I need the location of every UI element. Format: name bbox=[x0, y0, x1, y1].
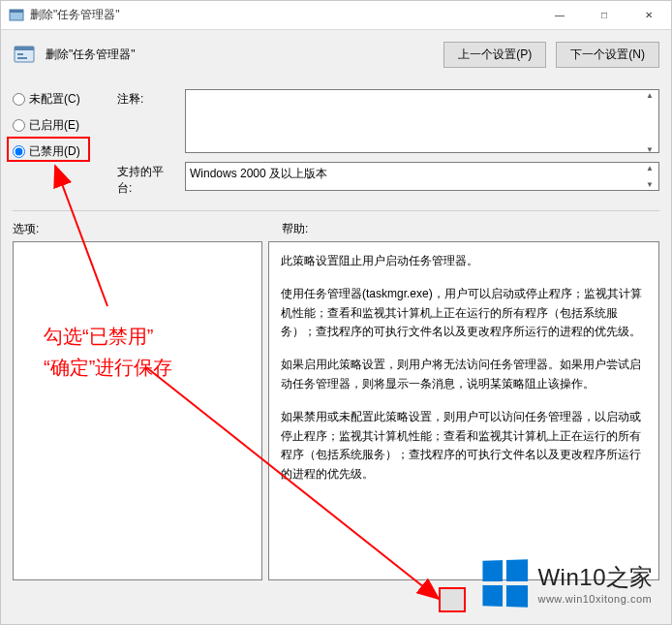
panels-row: 此策略设置阻止用户启动任务管理器。 使用任务管理器(taskmgr.exe)，用… bbox=[13, 241, 659, 580]
radio-disabled-input[interactable] bbox=[13, 145, 25, 158]
previous-setting-label: 上一个设置(P) bbox=[458, 47, 532, 61]
radio-enabled-input[interactable] bbox=[13, 119, 25, 132]
next-setting-label: 下一个设置(N) bbox=[570, 47, 645, 61]
help-label: 帮助: bbox=[282, 221, 308, 237]
svg-rect-3 bbox=[15, 47, 34, 50]
header-row: 删除"任务管理器" 上一个设置(P) 下一个设置(N) bbox=[13, 42, 659, 68]
options-panel bbox=[13, 241, 262, 580]
window-controls: — □ ✕ bbox=[537, 1, 671, 29]
window-title: 删除"任务管理器" bbox=[30, 7, 120, 23]
separator bbox=[13, 210, 659, 211]
app-icon bbox=[9, 8, 24, 23]
panel-labels: 选项: 帮助: bbox=[13, 221, 659, 237]
supported-platform-value: Windows 2000 及以上版本 bbox=[190, 167, 327, 180]
svg-rect-1 bbox=[10, 10, 23, 13]
help-paragraph: 此策略设置阻止用户启动任务管理器。 bbox=[281, 252, 647, 271]
policy-icon bbox=[13, 44, 36, 67]
policy-title: 删除"任务管理器" bbox=[46, 47, 136, 63]
comment-label: 注释: bbox=[117, 89, 177, 108]
radio-not-configured-label: 未配置(C) bbox=[29, 91, 80, 108]
radio-not-configured-input[interactable] bbox=[13, 93, 25, 106]
minimize-button[interactable]: — bbox=[537, 1, 582, 29]
radio-enabled[interactable]: 已启用(E) bbox=[13, 117, 109, 134]
radio-disabled[interactable]: 已禁用(D) bbox=[13, 143, 109, 160]
config-grid: 未配置(C) 已启用(E) 已禁用(D) 注释: ▲▼ 支持的平台: Windo… bbox=[13, 89, 659, 197]
titlebar: 删除"任务管理器" — □ ✕ bbox=[1, 1, 671, 30]
maximize-button[interactable]: □ bbox=[582, 1, 626, 29]
radio-enabled-label: 已启用(E) bbox=[29, 117, 79, 134]
help-paragraph: 使用任务管理器(taskmgr.exe)，用户可以启动或停止程序；监视其计算机性… bbox=[281, 285, 647, 342]
content-area: 删除"任务管理器" 上一个设置(P) 下一个设置(N) 未配置(C) 已启用(E… bbox=[1, 30, 671, 624]
previous-setting-button[interactable]: 上一个设置(P) bbox=[443, 42, 546, 68]
radio-disabled-label: 已禁用(D) bbox=[29, 143, 80, 160]
svg-rect-5 bbox=[17, 57, 27, 59]
help-paragraph: 如果启用此策略设置，则用户将无法访问任务管理器。如果用户尝试启动任务管理器，则将… bbox=[281, 356, 647, 394]
platform-label: 支持的平台: bbox=[117, 162, 177, 197]
close-button[interactable]: ✕ bbox=[626, 1, 671, 29]
next-setting-button[interactable]: 下一个设置(N) bbox=[556, 42, 659, 68]
radio-not-configured[interactable]: 未配置(C) bbox=[13, 91, 109, 108]
help-paragraph: 如果禁用或未配置此策略设置，则用户可以访问任务管理器，以启动或停止程序；监视其计… bbox=[281, 408, 647, 484]
comment-textarea[interactable] bbox=[185, 89, 659, 153]
help-panel: 此策略设置阻止用户启动任务管理器。 使用任务管理器(taskmgr.exe)，用… bbox=[268, 241, 659, 580]
options-label: 选项: bbox=[13, 221, 262, 237]
supported-platform-box: Windows 2000 及以上版本 bbox=[185, 162, 659, 191]
svg-rect-4 bbox=[17, 53, 23, 55]
